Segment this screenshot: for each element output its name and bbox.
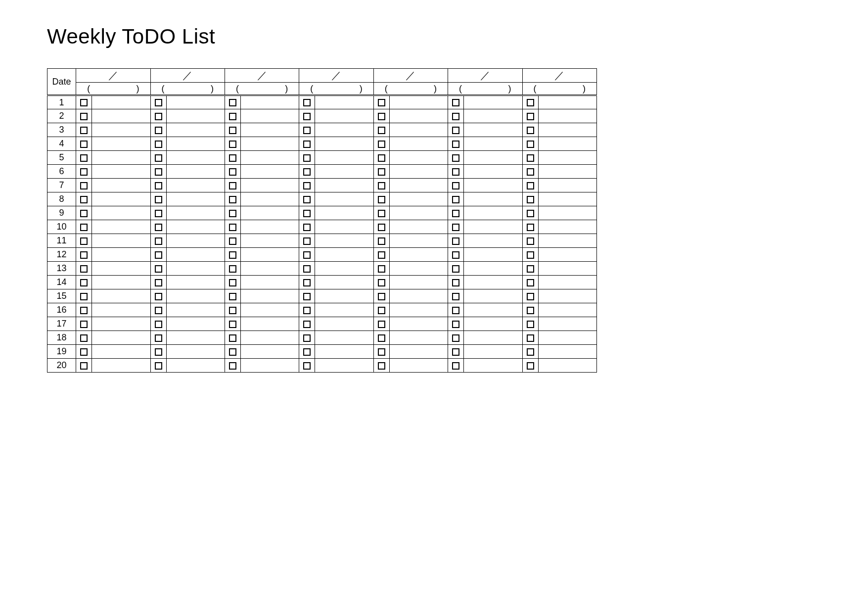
task-cell[interactable] <box>166 234 225 248</box>
checkbox-cell[interactable] <box>299 289 315 303</box>
checkbox-icon[interactable] <box>378 307 385 314</box>
task-cell[interactable] <box>92 234 150 248</box>
task-cell[interactable] <box>166 109 225 123</box>
task-cell[interactable] <box>315 206 373 220</box>
checkbox-icon[interactable] <box>527 348 534 356</box>
checkbox-icon[interactable] <box>80 348 88 356</box>
task-cell[interactable] <box>389 303 448 317</box>
checkbox-icon[interactable] <box>229 321 236 328</box>
checkbox-cell[interactable] <box>373 345 389 359</box>
checkbox-icon[interactable] <box>155 182 162 189</box>
checkbox-icon[interactable] <box>155 265 162 273</box>
task-cell[interactable] <box>166 179 225 192</box>
checkbox-cell[interactable] <box>150 248 166 262</box>
checkbox-cell[interactable] <box>150 345 166 359</box>
checkbox-cell[interactable] <box>522 206 538 220</box>
task-cell[interactable] <box>241 109 299 123</box>
task-cell[interactable] <box>315 95 373 109</box>
task-cell[interactable] <box>92 179 150 192</box>
checkbox-icon[interactable] <box>452 224 459 231</box>
checkbox-icon[interactable] <box>80 307 88 314</box>
checkbox-icon[interactable] <box>80 196 88 203</box>
checkbox-icon[interactable] <box>80 154 88 162</box>
checkbox-cell[interactable] <box>373 262 389 276</box>
task-cell[interactable] <box>464 165 522 179</box>
checkbox-cell[interactable] <box>76 206 92 220</box>
task-cell[interactable] <box>166 276 225 289</box>
task-cell[interactable] <box>166 331 225 345</box>
checkbox-cell[interactable] <box>299 123 315 137</box>
checkbox-cell[interactable] <box>373 179 389 192</box>
checkbox-icon[interactable] <box>527 99 534 106</box>
task-cell[interactable] <box>315 289 373 303</box>
checkbox-cell[interactable] <box>522 345 538 359</box>
checkbox-cell[interactable] <box>373 109 389 123</box>
checkbox-icon[interactable] <box>527 362 534 370</box>
checkbox-cell[interactable] <box>373 317 389 331</box>
checkbox-icon[interactable] <box>229 210 236 217</box>
task-cell[interactable] <box>241 303 299 317</box>
checkbox-icon[interactable] <box>378 265 385 273</box>
checkbox-cell[interactable] <box>76 331 92 345</box>
checkbox-cell[interactable] <box>299 262 315 276</box>
task-cell[interactable] <box>538 359 596 373</box>
checkbox-icon[interactable] <box>378 99 385 106</box>
checkbox-icon[interactable] <box>155 154 162 162</box>
task-cell[interactable] <box>166 95 225 109</box>
checkbox-cell[interactable] <box>522 123 538 137</box>
checkbox-icon[interactable] <box>303 224 311 231</box>
task-cell[interactable] <box>538 234 596 248</box>
checkbox-cell[interactable] <box>522 95 538 109</box>
checkbox-icon[interactable] <box>378 224 385 231</box>
checkbox-icon[interactable] <box>155 251 162 259</box>
checkbox-cell[interactable] <box>299 303 315 317</box>
task-cell[interactable] <box>92 345 150 359</box>
checkbox-cell[interactable] <box>150 192 166 206</box>
checkbox-icon[interactable] <box>229 307 236 314</box>
checkbox-cell[interactable] <box>76 109 92 123</box>
task-cell[interactable] <box>464 123 522 137</box>
checkbox-cell[interactable] <box>299 317 315 331</box>
checkbox-icon[interactable] <box>303 237 311 245</box>
task-cell[interactable] <box>241 248 299 262</box>
checkbox-cell[interactable] <box>373 359 389 373</box>
task-cell[interactable] <box>464 289 522 303</box>
checkbox-icon[interactable] <box>378 334 385 342</box>
task-cell[interactable] <box>389 206 448 220</box>
checkbox-icon[interactable] <box>527 279 534 286</box>
checkbox-cell[interactable] <box>373 151 389 165</box>
checkbox-icon[interactable] <box>155 307 162 314</box>
checkbox-cell[interactable] <box>522 165 538 179</box>
checkbox-cell[interactable] <box>522 289 538 303</box>
checkbox-icon[interactable] <box>303 307 311 314</box>
checkbox-cell[interactable] <box>225 137 240 151</box>
checkbox-icon[interactable] <box>229 127 236 134</box>
checkbox-icon[interactable] <box>80 237 88 245</box>
checkbox-icon[interactable] <box>155 321 162 328</box>
checkbox-icon[interactable] <box>229 141 236 148</box>
checkbox-cell[interactable] <box>522 303 538 317</box>
checkbox-icon[interactable] <box>229 251 236 259</box>
checkbox-cell[interactable] <box>522 248 538 262</box>
checkbox-icon[interactable] <box>527 113 534 120</box>
checkbox-icon[interactable] <box>527 237 534 245</box>
task-cell[interactable] <box>464 276 522 289</box>
task-cell[interactable] <box>538 289 596 303</box>
checkbox-icon[interactable] <box>155 224 162 231</box>
checkbox-cell[interactable] <box>299 179 315 192</box>
checkbox-cell[interactable] <box>225 303 240 317</box>
task-cell[interactable] <box>538 179 596 192</box>
checkbox-cell[interactable] <box>448 95 464 109</box>
task-cell[interactable] <box>538 192 596 206</box>
checkbox-icon[interactable] <box>527 334 534 342</box>
checkbox-icon[interactable] <box>155 196 162 203</box>
checkbox-icon[interactable] <box>155 168 162 176</box>
task-cell[interactable] <box>315 248 373 262</box>
checkbox-cell[interactable] <box>522 109 538 123</box>
checkbox-icon[interactable] <box>229 237 236 245</box>
task-cell[interactable] <box>389 359 448 373</box>
checkbox-icon[interactable] <box>378 182 385 189</box>
task-cell[interactable] <box>92 123 150 137</box>
task-cell[interactable] <box>92 137 150 151</box>
checkbox-cell[interactable] <box>76 220 92 234</box>
